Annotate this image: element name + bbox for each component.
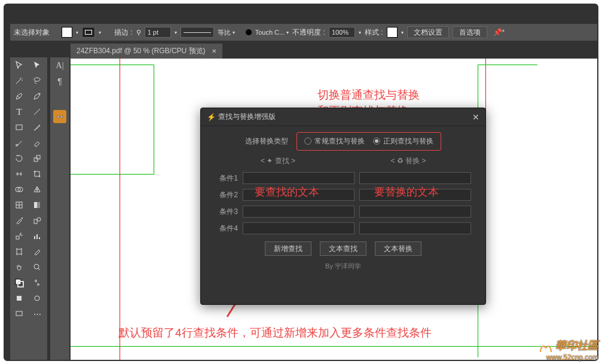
perspective-grid-tool[interactable] (28, 182, 46, 197)
edit-toolbar[interactable]: ⋯ (28, 306, 46, 322)
document-tab[interactable]: 24ZFB304.pdf @ 50 % (RGB/CPU 预览) ✕ (71, 44, 222, 59)
bolt-icon: ⚡ (207, 113, 216, 121)
svg-rect-13 (34, 202, 37, 208)
eraser-tool[interactable] (28, 135, 46, 151)
direct-selection-tool[interactable] (28, 57, 46, 73)
svg-rect-17 (34, 236, 35, 239)
eyedropper-tool[interactable] (10, 213, 28, 228)
scale-tool[interactable] (28, 151, 46, 166)
find-input-3[interactable] (243, 206, 355, 218)
radio-normal[interactable]: 常规查找与替换 (304, 136, 365, 146)
column-graph-tool[interactable] (28, 228, 46, 244)
svg-rect-20 (17, 249, 22, 254)
watermark: 華印社區 www.52cnp.com (538, 339, 598, 362)
free-transform-tool[interactable] (28, 166, 46, 182)
find-input-1[interactable] (243, 172, 355, 184)
zoom-tool[interactable] (28, 259, 46, 275)
pin-icon[interactable]: 📌* (493, 28, 505, 36)
artboard-tool[interactable] (10, 244, 28, 259)
curvature-tool[interactable] (28, 88, 46, 104)
fill-dropdown[interactable]: ▾ (76, 30, 78, 35)
gradient-tool[interactable] (28, 197, 46, 213)
svg-point-25 (35, 296, 39, 301)
close-icon[interactable]: ✕ (472, 112, 479, 122)
stroke-weight-dd[interactable]: ▾ (175, 30, 177, 35)
selection-tool[interactable] (10, 57, 28, 73)
brush-dot-icon (246, 29, 252, 35)
stroke-profile-preview[interactable] (181, 27, 214, 38)
shape-builder-tool[interactable] (10, 182, 28, 197)
find-input-4[interactable] (243, 222, 355, 234)
svg-point-0 (34, 78, 40, 81)
replace-input-1[interactable] (359, 172, 471, 184)
uniform-dd[interactable]: 等比 ▾ (218, 28, 235, 37)
lasso-tool[interactable] (28, 73, 46, 88)
style-label: 样式 : (365, 27, 383, 38)
toolbox: T ⋯ (10, 57, 47, 360)
replace-input-4[interactable] (359, 222, 471, 234)
slice-tool[interactable] (28, 244, 46, 259)
row-label: 条件3 (215, 207, 238, 217)
symbol-sprayer-tool[interactable] (10, 228, 28, 244)
svg-rect-19 (39, 237, 40, 239)
svg-rect-14 (34, 219, 37, 224)
find-input-2[interactable] (243, 189, 355, 201)
left-panel-strip: A| ¶ 👓 (50, 57, 69, 361)
opacity-label: 不透明度 : (292, 27, 325, 38)
rectangle-tool[interactable] (10, 120, 28, 135)
line-tool[interactable] (28, 104, 46, 120)
mesh-tool[interactable] (10, 197, 28, 213)
tab-title: 24ZFB304.pdf @ 50 % (RGB/CPU 预览) (77, 46, 206, 56)
style-dd[interactable]: ▾ (401, 30, 404, 35)
doc-setup-button[interactable]: 文档设置 (407, 26, 449, 38)
add-find-button[interactable]: 新增查找 (265, 241, 311, 256)
rotate-tool[interactable] (10, 151, 28, 166)
row-label: 条件1 (215, 173, 238, 183)
find-replace-dialog: ⚡ 查找与替换增强版 ✕ 选择替换类型 常规查找与替换 正则查找与替换 < ✦ … (200, 108, 486, 305)
character-panel-icon[interactable]: A| (56, 61, 64, 71)
no-selection-label: 未选择对象 (14, 27, 50, 38)
width-tool[interactable] (10, 166, 28, 182)
type-tool[interactable]: T (10, 104, 28, 120)
style-swatch[interactable] (387, 27, 398, 38)
draw-mode[interactable] (28, 290, 46, 306)
document-tabs: 24ZFB304.pdf @ 50 % (RGB/CPU 预览) ✕ (71, 44, 597, 58)
opacity-input[interactable]: 100% (329, 27, 355, 38)
stroke-weight-link[interactable]: ⚲ (136, 29, 141, 36)
hand-tool[interactable] (10, 259, 28, 275)
type-label: 选择替换类型 (245, 136, 288, 146)
plugin-icon[interactable]: 👓 (53, 110, 66, 123)
stroke-swatch[interactable] (82, 27, 95, 38)
artwork-path (71, 65, 154, 175)
shaper-tool[interactable] (10, 135, 28, 151)
options-bar: 未选择对象 ▾ ▾ 描边 : ⚲ 1 pt ▾ 等比 ▾ Touch C... … (10, 24, 597, 41)
text-replace-button[interactable]: 文本替换 (375, 241, 421, 256)
swap-fill-stroke[interactable] (28, 275, 46, 290)
stroke-weight-input[interactable]: 1 pt (145, 27, 171, 38)
preferences-button[interactable]: 首选项 (453, 26, 487, 38)
stroke-dropdown[interactable]: ▾ (99, 30, 101, 35)
blend-tool[interactable] (28, 213, 46, 228)
paragraph-panel-icon[interactable]: ¶ (57, 77, 62, 86)
radio-regex[interactable]: 正则查找与替换 (373, 136, 433, 146)
fill-stroke-indicator[interactable] (10, 275, 28, 290)
artwork-path (478, 65, 537, 357)
svg-point-15 (37, 218, 41, 221)
stroke-label: 描边 : (114, 27, 133, 38)
replace-input-2[interactable] (359, 189, 471, 201)
opacity-dd[interactable]: ▾ (359, 30, 361, 35)
replace-input-3[interactable] (359, 206, 471, 218)
magic-wand-tool[interactable] (10, 73, 28, 88)
artwork-path (71, 346, 597, 347)
dialog-titlebar: ⚡ 查找与替换增强版 ✕ (201, 108, 485, 126)
pen-tool[interactable] (10, 88, 28, 104)
brush-profile-dd[interactable]: Touch C... ▾ (255, 29, 289, 36)
text-find-button[interactable]: 文本查找 (320, 241, 366, 256)
paintbrush-tool[interactable] (28, 120, 46, 135)
fill-swatch[interactable] (62, 27, 72, 38)
color-mode[interactable] (10, 290, 28, 306)
screen-mode[interactable] (10, 306, 28, 322)
close-icon[interactable]: ✕ (212, 48, 216, 54)
dialog-title: 查找与替换增强版 (218, 112, 276, 122)
annotation-bottom: 默认预留了4行查找条件，可通过新增来加入更多条件查找条件 (118, 325, 432, 341)
